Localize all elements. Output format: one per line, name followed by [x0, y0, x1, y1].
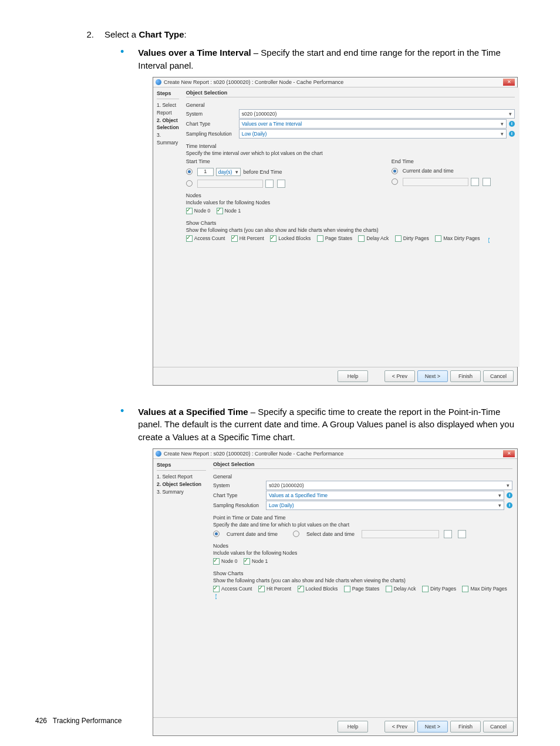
start-date-spinner[interactable]	[265, 180, 274, 188]
chart-checkbox[interactable]	[186, 235, 193, 242]
chevron-down-icon: ▾	[501, 121, 504, 127]
chart-checkbox[interactable]	[358, 235, 365, 242]
node1-checkbox[interactable]	[244, 558, 250, 565]
nodes-desc: Include values for the following Nodes	[186, 200, 515, 205]
help-button[interactable]: Help	[338, 721, 368, 733]
start-date-field[interactable]	[197, 180, 263, 188]
start-relative-radio[interactable]	[186, 168, 193, 175]
step-instruction: Select a Chart Type:	[104, 29, 187, 39]
end-absolute-radio[interactable]	[392, 178, 398, 185]
nodes-desc: Include values for the following Nodes	[213, 550, 512, 556]
nodes-label: Nodes	[213, 543, 512, 549]
chart-checkbox[interactable]	[395, 235, 402, 242]
bullet-dot: •	[35, 46, 138, 57]
chart-checkbox[interactable]	[270, 235, 276, 242]
prev-button[interactable]: < Prev	[384, 370, 415, 382]
dialog-title: Create New Report : s020 (1000020) : Con…	[164, 451, 343, 457]
chart-type-dropdown[interactable]: Values at a Specified Time▾	[266, 491, 504, 500]
calendar-icon[interactable]	[277, 180, 285, 188]
step-number: 2.	[70, 29, 104, 39]
sampling-label: Sampling Resolution	[213, 502, 266, 508]
sampling-dropdown[interactable]: Low (Daily)▾	[239, 129, 507, 139]
chart-checkbox[interactable]	[317, 235, 323, 242]
sampling-dropdown[interactable]: Low (Daily)▾	[266, 501, 504, 510]
chart-type-label: Chart Type	[213, 492, 266, 498]
chart-checkbox[interactable]	[258, 586, 265, 592]
general-label: General	[213, 474, 512, 480]
chart-type-label: Chart Type	[186, 121, 239, 127]
help-button[interactable]: Help	[338, 370, 368, 382]
step-item: 3. Summary	[157, 488, 206, 496]
info-icon[interactable]: i	[509, 131, 515, 137]
pit-date-spinner[interactable]	[444, 530, 452, 538]
calendar-icon[interactable]	[483, 178, 491, 186]
chevron-down-icon: ▾	[509, 111, 512, 117]
chevron-down-icon: ▾	[507, 482, 510, 488]
before-end-label: before End Time	[243, 169, 282, 175]
nodes-label: Nodes	[186, 193, 515, 198]
info-icon[interactable]: i	[509, 121, 515, 127]
info-icon[interactable]: i	[507, 492, 512, 498]
wizard-screenshot-1: Create New Report : s020 (1000020) : Con…	[153, 77, 518, 386]
cancel-button[interactable]: Cancel	[483, 370, 514, 382]
chart-checkbox[interactable]	[231, 235, 238, 242]
pit-current-radio[interactable]	[213, 531, 220, 537]
sampling-label: Sampling Resolution	[186, 131, 239, 137]
panel-header: Object Selection	[213, 461, 512, 469]
node1-checkbox[interactable]	[217, 208, 223, 214]
node0-checkbox[interactable]	[213, 558, 220, 565]
info-icon[interactable]: i	[507, 502, 512, 508]
close-icon[interactable]: ✕	[503, 79, 515, 86]
chevron-down-icon: ▾	[498, 502, 501, 508]
cancel-button[interactable]: Cancel	[483, 721, 514, 733]
calendar-icon[interactable]	[458, 530, 466, 538]
system-dropdown[interactable]: s020 (1000020)▾	[239, 109, 515, 119]
end-time-label: End Time	[392, 158, 515, 164]
pit-desc: Specify the date and time for which to p…	[213, 522, 512, 528]
charts-checkbox-row: Access Count Hit Percent Locked Blocks P…	[213, 586, 512, 600]
node0-checkbox[interactable]	[186, 208, 193, 214]
next-button[interactable]: Next >	[417, 370, 448, 382]
chart-checkbox[interactable]	[462, 586, 468, 592]
finish-button[interactable]: Finish	[450, 370, 481, 382]
chart-checkbox[interactable]	[213, 586, 220, 592]
finish-button[interactable]: Finish	[450, 721, 481, 733]
start-unit-dropdown[interactable]: day(s)▾	[216, 168, 241, 176]
chart-checkbox[interactable]	[344, 586, 350, 592]
start-value-spinner[interactable]: 1	[197, 168, 214, 176]
pit-label: Point in Time or Date and Time	[213, 515, 512, 521]
step-item-current: 2. Object Selection	[157, 117, 179, 132]
bullet-2-text: Values at a Specified Time – Specify a s…	[138, 406, 525, 444]
step-item-current: 2. Object Selection	[157, 481, 206, 488]
general-label: General	[186, 102, 515, 108]
chart-checkbox[interactable]	[435, 235, 441, 242]
pit-date-field[interactable]	[362, 530, 439, 538]
chart-checkbox[interactable]	[386, 586, 392, 592]
end-current-radio[interactable]	[392, 168, 398, 174]
chart-type-dropdown[interactable]: Values over a Time Interval▾	[239, 119, 507, 129]
system-label: System	[213, 482, 266, 488]
step-item: 1. Select Report	[157, 473, 206, 481]
start-absolute-radio[interactable]	[186, 180, 193, 187]
end-date-field[interactable]	[403, 178, 468, 186]
time-interval-desc: Specify the time interval over which to …	[186, 150, 515, 156]
page-footer: 426 Tracking Performance	[35, 717, 122, 725]
close-icon[interactable]: ✕	[503, 450, 515, 457]
system-label: System	[186, 111, 239, 117]
next-button[interactable]: Next >	[417, 721, 448, 733]
time-interval-label: Time Interval	[186, 143, 515, 149]
info-icon[interactable]: i	[488, 238, 490, 243]
step-item: 1. Select Report	[157, 102, 179, 117]
panel-header: Object Selection	[186, 90, 515, 97]
pit-select-radio[interactable]	[293, 531, 299, 537]
system-dropdown[interactable]: s020 (1000020)▾	[266, 481, 512, 490]
chart-checkbox[interactable]	[298, 586, 304, 592]
bullet-dot: •	[35, 406, 138, 416]
step-item: 3. Summary	[157, 131, 179, 147]
info-icon[interactable]: i	[215, 594, 217, 599]
prev-button[interactable]: < Prev	[384, 721, 415, 733]
end-date-spinner[interactable]	[471, 178, 479, 186]
bullet-1-text: Values over a Time Interval – Specify th…	[138, 46, 525, 72]
chart-checkbox[interactable]	[422, 586, 429, 592]
pit-select-label: Select date and time	[306, 531, 355, 537]
